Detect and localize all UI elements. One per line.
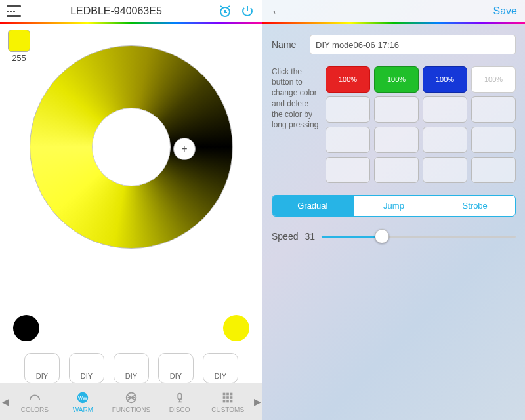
tab-functions[interactable]: FUNCTIONS [107,390,156,413]
power-icon[interactable] [239,3,256,20]
svg-rect-9 [226,396,229,399]
tab-disco[interactable]: DISCO [156,390,204,413]
svg-rect-5 [223,392,226,395]
color-cell-8[interactable] [326,127,370,153]
endpoint-black[interactable] [13,315,39,341]
wheel-cursor[interactable]: + [173,138,196,160]
tab-prev-arrow[interactable]: ◀ [0,396,10,407]
name-input[interactable] [310,35,516,54]
mode-strobe[interactable]: Strobe [434,196,515,216]
mode-gradual[interactable]: Gradual [272,196,353,216]
tab-customs[interactable]: CUSTOMS [203,390,252,413]
svg-rect-6 [226,392,229,395]
color-cell-10[interactable] [423,127,467,153]
color-wheel-hole [92,108,171,186]
alarm-icon[interactable] [217,3,234,20]
svg-text:WW: WW [78,394,87,400]
warm-icon: WW [59,390,108,405]
endpoint-yellow[interactable] [223,315,249,341]
tab-colors[interactable]: COLORS [10,390,59,413]
diy-button-3[interactable]: DIY [158,353,194,383]
color-cell-1[interactable]: 100% [374,66,419,93]
diy-button-0[interactable]: DIY [24,353,60,383]
disco-icon [156,390,204,405]
diy-button-2[interactable]: DIY [114,353,149,383]
colors-icon [10,390,59,405]
save-button[interactable]: Save [494,5,517,17]
color-cell-14[interactable] [423,157,467,183]
color-wheel[interactable]: + [30,45,233,249]
color-cell-12[interactable] [326,157,370,183]
svg-rect-11 [223,400,226,402]
mode-jump[interactable]: Jump [353,196,434,216]
color-cell-5[interactable] [374,96,419,123]
color-cell-6[interactable] [423,96,467,123]
color-cell-2[interactable]: 100% [423,66,467,93]
svg-rect-8 [223,396,226,399]
svg-rect-12 [226,400,229,402]
current-color-swatch [8,30,30,52]
svg-rect-10 [230,396,233,399]
svg-rect-13 [230,400,233,402]
color-cell-11[interactable] [471,127,516,153]
speed-slider[interactable] [322,228,516,244]
tab-warm[interactable]: WWWARM [59,390,108,413]
name-label: Name [272,39,303,50]
tab-next-arrow[interactable]: ▶ [252,396,262,407]
functions-icon [107,390,156,405]
svg-rect-7 [230,392,233,395]
color-cell-0[interactable]: 100% [326,66,370,93]
color-cell-13[interactable] [374,157,419,183]
current-color-value: 255 [8,53,30,63]
color-cell-3[interactable]: 100% [471,66,516,93]
menu-icon[interactable] [7,5,21,17]
customs-icon [203,390,252,405]
color-cell-15[interactable] [471,157,516,183]
color-cell-4[interactable] [326,96,370,123]
device-title: LEDBLE-940063E5 [21,5,211,17]
color-cell-7[interactable] [471,96,516,123]
speed-value: 31 [304,231,315,242]
diy-button-1[interactable]: DIY [69,353,104,383]
color-cell-9[interactable] [374,127,419,153]
svg-rect-4 [178,393,182,399]
diy-button-4[interactable]: DIY [203,353,238,383]
back-arrow-icon[interactable]: ← [270,4,284,19]
speed-label: Speed [272,231,298,242]
grid-help-text: Click the button to change color and del… [272,66,319,183]
